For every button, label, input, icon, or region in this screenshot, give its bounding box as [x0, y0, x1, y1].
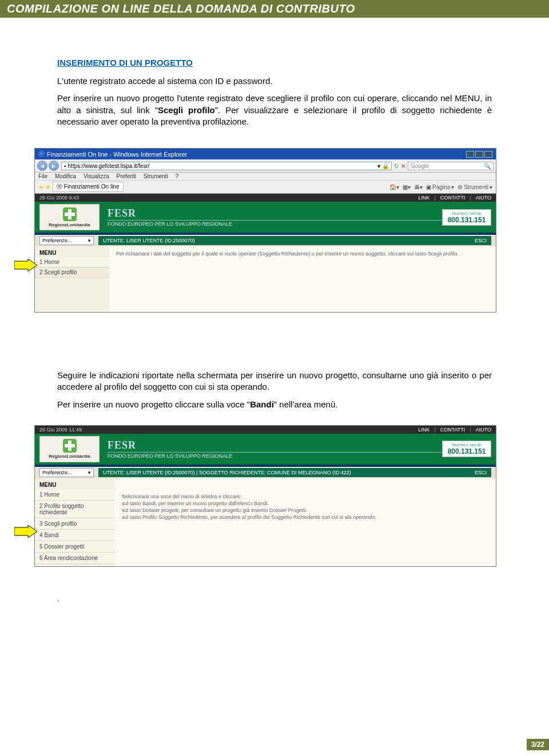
menu-home-2[interactable]: 1 Home: [35, 489, 115, 501]
paragraph-1: L'utente registrato accede al sistema co…: [57, 75, 492, 87]
menu-profilo-soggetto[interactable]: 2 Profilo soggetto richiedente: [35, 501, 115, 518]
para2-bold: Scegli profilo: [158, 105, 215, 115]
menu-column: MENU 1 Home 2 Scegli profilo: [35, 246, 109, 312]
menu-scegli-profilo[interactable]: 2 Scegli profilo: [35, 267, 109, 278]
para4-a: Per inserire un nuovo progetto cliccare …: [57, 399, 250, 409]
menu-home[interactable]: 1 Home: [35, 257, 109, 267]
link-aiuto[interactable]: AIUTO: [476, 195, 491, 201]
link-contatti-2[interactable]: CONTATTI: [440, 427, 466, 433]
content-column: Per richiamare i dati del soggetto per i…: [109, 246, 496, 312]
ie-address-bar: ◄ ► ▪ https://www.gefotest.lispa.it/fesr…: [35, 159, 496, 173]
fesr-subtitle: FONDO EUROPEO PER LO SVILUPPO REGIONALE: [108, 221, 442, 227]
lock-icon: 🔒: [382, 163, 389, 169]
ie-title-text: Finanziamenti On line - Windows Internet…: [47, 151, 187, 158]
verde-label-2: Numero Verde: [445, 442, 488, 447]
preferences-select-2[interactable]: Preferenze... ▾: [39, 468, 94, 477]
numero-verde-box-2: Numero Verde 800.131.151: [442, 441, 491, 457]
app-body: MENU 1 Home 2 Scegli profilo Per richiam…: [35, 246, 496, 312]
app-subbar: Preferenze... ▾ UTENTE: LISER UTENTE (ID…: [35, 235, 496, 246]
page-number: 3/22: [527, 739, 549, 750]
search-provider: Google: [411, 163, 429, 169]
menu-scegli-profilo-2[interactable]: 3 Scegli profilo: [35, 518, 115, 530]
para4-b: " nell'area menù.: [274, 399, 338, 409]
hint2-line1: Selezionare una voce del menu di sinistr…: [122, 493, 489, 500]
link-link-2[interactable]: LINK: [418, 427, 429, 433]
feeds-dropdown[interactable]: ▦▾: [403, 184, 411, 190]
favorites-icon[interactable]: ★: [38, 184, 43, 190]
back-button[interactable]: ◄: [37, 161, 47, 171]
link-aiuto-2[interactable]: AIUTO: [476, 427, 491, 433]
content-column-2: Selezionare una voce del menu di sinistr…: [115, 478, 496, 566]
datetime: 26 Giu 2009 9:43: [39, 195, 79, 201]
section-title: INSERIMENTO DI UN PROGETTO: [57, 58, 492, 67]
numero-verde-box: Numero Verde 800.131.151: [442, 209, 491, 226]
app-topbar: 26 Giu 2009 9:43 LINK| CONTATTI| AIUTO: [35, 194, 496, 202]
menu-modifica[interactable]: Modifica: [55, 173, 76, 179]
datetime-2: 26 Giu 2009 11:49: [39, 427, 82, 433]
menu-area-rendic[interactable]: 6 Area rendicontazione: [35, 553, 115, 564]
ie-titlebar: ⓔ Finanziamenti On line - Windows Intern…: [35, 149, 496, 159]
search-field[interactable]: Google 🔍: [408, 162, 494, 170]
menu-dossier[interactable]: 5 Dossier progetti: [35, 541, 115, 553]
hint2-line4: sul tasto Profilo Soggetto Richiedente, …: [122, 514, 489, 521]
arrow-callout-1: [14, 259, 37, 271]
preferences-select[interactable]: Preferenze... ▾: [39, 236, 94, 245]
tab-icon: ⓔ: [57, 183, 62, 190]
verde-label: Numero Verde: [445, 211, 488, 216]
ie-tabbar: ★ ✚ ⓔ Finanziamenti On line 🏠▾ ▦▾ 🖶▾ ▣ P…: [35, 181, 496, 194]
tab-label: Finanziamenti On line: [64, 183, 120, 190]
esci-link[interactable]: ESCI: [475, 238, 487, 243]
window-buttons[interactable]: [466, 151, 492, 158]
top-links: LINK| CONTATTI| AIUTO: [418, 195, 491, 201]
screenshot-1: ⓔ Finanziamenti On line - Windows Intern…: [34, 148, 496, 313]
print-dropdown[interactable]: 🖶▾: [414, 184, 423, 190]
para4-bold: Bandi: [250, 399, 274, 409]
paragraph-4: Per inserire un nuovo progetto cliccare …: [57, 399, 492, 410]
top-links-2: LINK| CONTATTI| AIUTO: [418, 427, 491, 433]
svg-marker-1: [14, 525, 37, 538]
verde-number-2: 800.131.151: [445, 447, 488, 455]
forward-button[interactable]: ►: [49, 161, 59, 171]
menu-strumenti[interactable]: Strumenti: [144, 173, 168, 179]
pref-label: Preferenze...: [42, 238, 72, 243]
url-text: https://www.gefotest.lispa.it/fesr/: [68, 163, 150, 169]
menu-file[interactable]: File: [38, 173, 47, 179]
refresh-icon[interactable]: ↻: [394, 163, 399, 169]
menu-column-2: MENU 1 Home 2 Profilo soggetto richieden…: [35, 478, 115, 566]
page-icon: ▪: [64, 163, 66, 169]
fesr-block-2: FESR FONDO EUROPEO PER LO SVILUPPO REGIO…: [108, 439, 442, 459]
menu-help[interactable]: ?: [175, 173, 178, 179]
paragraph-2: Per inserire un nuovo progetto l'utente …: [57, 93, 492, 127]
hint2-line3: sul tasto Dossier progetti, per consulta…: [122, 507, 489, 514]
tb-pagina[interactable]: ▣ Pagina ▾: [426, 184, 454, 190]
ie-menubar: File Modifica Visualizza Preferiti Strum…: [35, 173, 496, 181]
user-info: UTENTE: LISER UTENTE (ID:2500070): [103, 238, 195, 243]
paragraph-3: Seguire le indicazioni riportate nella s…: [57, 370, 492, 393]
hint-text: Per richiamare i dati del soggetto per i…: [116, 251, 459, 257]
select-arrow-icon: ▾: [88, 238, 91, 243]
menu-bandi[interactable]: 4 Bandi: [35, 530, 115, 541]
fesr-subtitle-2: FONDO EUROPEO PER LO SVILUPPO REGIONALE: [108, 453, 442, 459]
logo-text: RegioneLombardia: [49, 222, 90, 227]
browser-tab[interactable]: ⓔ Finanziamenti On line: [53, 182, 124, 192]
verde-number: 800.131.151: [445, 216, 488, 224]
add-favorite-icon[interactable]: ✚: [46, 184, 50, 190]
home-dropdown[interactable]: 🏠▾: [389, 184, 399, 190]
url-dropdown-icon[interactable]: ▾: [377, 163, 380, 169]
menu-preferiti[interactable]: Preferiti: [117, 173, 136, 179]
ie-nav: ◄ ►: [37, 161, 59, 171]
stop-icon[interactable]: ✕: [401, 163, 405, 169]
svg-marker-0: [14, 259, 37, 271]
regione-lombardia-logo: RegioneLombardia: [39, 204, 100, 230]
screenshot-2: 26 Giu 2009 11:49 LINK| CONTATTI| AIUTO …: [34, 425, 496, 567]
link-link[interactable]: LINK: [418, 195, 429, 201]
tb-strumenti[interactable]: ⚙ Strumenti ▾: [458, 184, 492, 190]
link-contatti[interactable]: CONTATTI: [440, 195, 466, 201]
url-field[interactable]: ▪ https://www.gefotest.lispa.it/fesr/ ▾ …: [61, 162, 392, 170]
search-icon[interactable]: 🔍: [484, 163, 491, 169]
esci-link-2[interactable]: ESCI: [475, 470, 487, 475]
menu-visualizza[interactable]: Visualizza: [83, 173, 109, 179]
app-topbar-2: 26 Giu 2009 11:49 LINK| CONTATTI| AIUTO: [35, 426, 496, 434]
ie-icon: ⓔ: [38, 150, 45, 158]
pref-label-2: Preferenze...: [42, 470, 72, 475]
